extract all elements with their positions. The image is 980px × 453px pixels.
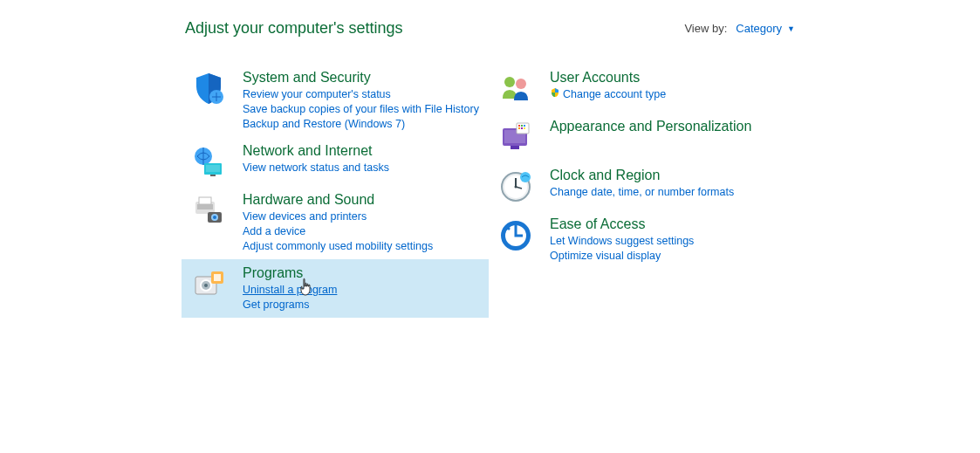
category-title[interactable]: System and Security: [243, 69, 480, 86]
link-devices-printers[interactable]: View devices and printers: [243, 209, 480, 224]
uac-shield-icon: [550, 87, 560, 98]
ease-of-access-icon: [497, 217, 534, 254]
svg-rect-26: [518, 127, 520, 129]
svg-rect-6: [199, 197, 211, 204]
left-column: System and Security Review your computer…: [182, 64, 489, 318]
programs-icon: [190, 266, 227, 303]
svg-rect-7: [197, 204, 213, 209]
viewby-group: View by: Category ▼: [684, 22, 795, 35]
link-file-history[interactable]: Save backup copies of your files with Fi…: [243, 102, 480, 117]
link-network-status[interactable]: View network status and tasks: [243, 161, 480, 175]
appearance-icon: [497, 120, 534, 156]
svg-rect-21: [511, 146, 519, 149]
link-visual-display[interactable]: Optimize visual display: [550, 249, 787, 264]
svg-point-34: [520, 172, 531, 182]
right-column: User Accounts Change account type: [489, 64, 796, 318]
category-appearance: Appearance and Personalization: [489, 113, 796, 161]
svg-point-10: [213, 216, 216, 219]
printer-camera-icon: [190, 193, 227, 230]
category-title[interactable]: Programs: [243, 264, 480, 282]
category-programs: Programs Uninstall a program Get program…: [182, 259, 489, 318]
category-title[interactable]: Hardware and Sound: [243, 191, 480, 209]
shield-icon: [190, 71, 227, 107]
category-title[interactable]: Network and Internet: [243, 142, 480, 160]
svg-rect-3: [206, 165, 220, 172]
svg-rect-4: [210, 175, 216, 176]
category-title[interactable]: Ease of Access: [550, 216, 787, 233]
category-network-internet: Network and Internet View network status…: [182, 137, 489, 186]
clock-icon: [497, 168, 534, 205]
category-ease-of-access: Ease of Access Let Windows suggest setti…: [489, 210, 796, 269]
svg-rect-23: [518, 125, 520, 127]
link-change-account-type[interactable]: Change account type: [550, 87, 787, 102]
category-user-accounts: User Accounts Change account type: [489, 64, 796, 113]
link-review-status[interactable]: Review your computer's status: [243, 87, 480, 102]
svg-rect-25: [524, 125, 525, 127]
svg-point-14: [204, 284, 208, 287]
link-backup-restore[interactable]: Backup and Restore (Windows 7): [243, 117, 480, 132]
viewby-label: View by:: [684, 22, 727, 35]
header: Adjust your computer's settings View by:…: [0, 0, 980, 48]
category-title[interactable]: Clock and Region: [550, 167, 787, 184]
user-accounts-icon: [497, 71, 534, 107]
category-system-security: System and Security Review your computer…: [182, 64, 489, 137]
svg-point-33: [515, 186, 517, 189]
link-uninstall-program[interactable]: Uninstall a program: [243, 283, 480, 298]
link-date-time-formats[interactable]: Change date, time, or number formats: [550, 185, 787, 200]
chevron-down-icon: ▼: [787, 24, 795, 33]
svg-rect-28: [524, 127, 525, 129]
category-hardware-sound: Hardware and Sound View devices and prin…: [182, 186, 489, 259]
network-icon: [190, 144, 227, 181]
svg-rect-24: [521, 125, 523, 127]
link-get-programs[interactable]: Get programs: [243, 298, 480, 312]
viewby-dropdown[interactable]: Category ▼: [736, 22, 795, 35]
category-title[interactable]: User Accounts: [550, 69, 787, 86]
svg-rect-27: [521, 127, 523, 129]
svg-rect-16: [214, 274, 221, 281]
link-add-device[interactable]: Add a device: [243, 224, 480, 239]
category-title[interactable]: Appearance and Personalization: [550, 118, 787, 135]
svg-point-17: [504, 77, 515, 87]
viewby-value: Category: [736, 22, 782, 35]
category-clock-region: Clock and Region Change date, time, or n…: [489, 161, 796, 210]
page-title: Adjust your computer's settings: [185, 19, 403, 38]
svg-point-18: [516, 79, 526, 89]
link-mobility-settings[interactable]: Adjust commonly used mobility settings: [243, 239, 480, 254]
link-windows-suggest[interactable]: Let Windows suggest settings: [550, 234, 787, 249]
